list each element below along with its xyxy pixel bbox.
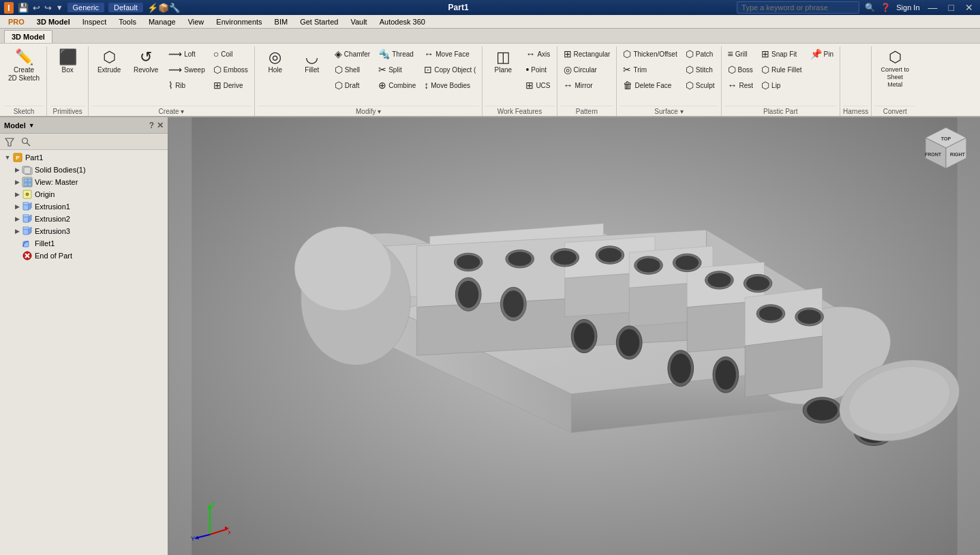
modify-col2: 🔩 Thread ✂ Split ⊕ Combine [375,46,419,93]
revolve-btn[interactable]: ↺ Revolve [128,46,164,78]
ribbon: 3D Model ✏️ Create2D Sketch Sketch ⬛ Box… [0,29,980,117]
quick-access-redo[interactable]: ↪ [44,3,52,13]
point-btn[interactable]: • Point [522,62,553,77]
grill-btn[interactable]: ≡ Grill [724,46,757,61]
extrusion1-label: Extrusion1 [35,202,70,211]
sign-in-btn[interactable]: Sign In [896,3,919,12]
tree-item-fillet1[interactable]: Fillet1 [0,237,168,250]
rest-icon: ↔ [728,80,737,91]
panel-help-icon[interactable]: ? [149,121,154,130]
style-selector[interactable]: Generic [67,3,105,12]
extrude-btn[interactable]: ⬡ Extrude [91,46,127,78]
standard-selector[interactable]: Default [108,3,143,12]
patch-btn[interactable]: ⬡ Patch [682,46,718,61]
panel-header: Model ▼ ? ✕ [0,117,168,134]
hole-btn[interactable]: ◎ Hole [258,46,293,78]
quick-access-undo[interactable]: ↩ [33,3,40,13]
quick-access-save[interactable]: 💾 [18,3,29,13]
thread-btn[interactable]: 🔩 Thread [375,46,419,61]
help-icon[interactable]: ❓ [881,3,891,12]
viewport[interactable]: TOP FRONT RIGHT Z X [169,117,980,555]
expander-extrusion1[interactable]: ▶ [12,203,22,210]
combine-btn[interactable]: ⊕ Combine [375,78,419,93]
tree-item-extrusion3[interactable]: ▶ Extrusion3 [0,225,168,237]
window-minimize[interactable]: — [925,2,940,13]
menu-environments[interactable]: Environments [211,16,267,27]
expander-view-master[interactable]: ▶ [12,179,22,185]
split-btn[interactable]: ✂ Split [375,62,419,77]
copy-object-btn[interactable]: ⊡ Copy Object ( [420,62,479,77]
tree-item-extrusion1[interactable]: ▶ Extrusion1 [0,200,168,213]
panel-dropdown-icon[interactable]: ▼ [29,122,35,129]
quick-access-options[interactable]: ▼ [56,3,63,12]
menu-getstarted[interactable]: Get Started [294,16,343,27]
draft-btn[interactable]: ⬡ Draft [331,78,373,93]
tree-item-end-of-part[interactable]: End of Part [0,250,168,262]
snapfit-btn[interactable]: ⊞ Snap Fit [758,46,805,61]
stitch-btn[interactable]: ⬡ Stitch [682,62,718,77]
menu-3dmodel[interactable]: 3D Model [31,16,76,27]
point-icon: • [525,64,529,75]
fillet-btn[interactable]: ◡ Fillet [294,46,330,78]
shell-btn[interactable]: ⬡ Shell [331,62,373,77]
create-2d-sketch-btn[interactable]: ✏️ Create2D Sketch [4,46,44,86]
emboss-btn[interactable]: ⬡ Emboss [210,62,251,77]
viewport-cube[interactable]: TOP FRONT RIGHT [919,124,973,179]
panel-close-icon[interactable]: ✕ [157,121,164,130]
rest-btn[interactable]: ↔ Rest [724,78,757,93]
menu-autodesk360[interactable]: Autodesk 360 [374,16,431,27]
window-close[interactable]: ✕ [962,2,976,13]
tree-item-view-master[interactable]: ▶ View: Master [0,176,168,188]
pin-btn[interactable]: 📌 Pin [807,46,837,61]
menu-tools[interactable]: Tools [113,16,142,27]
expander-extrusion2[interactable]: ▶ [12,215,22,222]
svg-marker-101 [194,536,199,539]
tab-3dmodel[interactable]: 3D Model [4,30,52,43]
filter-btn[interactable] [3,135,16,149]
menu-inspect[interactable]: Inspect [77,16,112,27]
move-bodies-btn[interactable]: ↕ Move Bodies [420,78,479,93]
search-icon[interactable]: 🔍 [865,3,875,12]
rib-btn[interactable]: ⌇ Rib [165,78,209,93]
trim-btn[interactable]: ✂ Trim [619,62,680,77]
box-btn[interactable]: ⬛ Box [50,46,85,78]
menu-bim[interactable]: BIM [269,16,294,27]
mirror-btn[interactable]: ↔ Mirror [560,78,614,93]
search-panel-btn[interactable] [19,135,33,149]
move-face-btn[interactable]: ↔ Move Face [420,46,479,61]
expander-solid-bodies[interactable]: ▶ [12,166,22,173]
expander-part1[interactable]: ▼ [3,154,12,161]
menu-pro[interactable]: PRO [3,16,30,27]
tree-item-solid-bodies[interactable]: ▶ Solid Bodies(1) [0,164,168,176]
menu-view[interactable]: View [183,16,210,27]
circular-btn[interactable]: ◎ Circular [560,62,614,77]
coil-btn[interactable]: ○ Coil [210,46,251,61]
tree-item-extrusion2[interactable]: ▶ Extrusion2 [0,213,168,225]
ucs-btn[interactable]: ⊞ UCS [522,78,553,93]
expander-origin[interactable]: ▶ [12,191,22,198]
sculpt-btn[interactable]: ⬡ Sculpt [682,78,718,93]
tree-item-part1[interactable]: ▼ P Part1 [0,151,168,164]
boss-btn[interactable]: ⬡ Boss [724,62,757,77]
window-maximize[interactable]: □ [946,2,957,13]
delete-face-btn[interactable]: 🗑 Delete Face [619,78,680,93]
sweep-btn[interactable]: ⟿ Sweep [165,62,209,77]
tree-item-origin[interactable]: ▶ Origin [0,188,168,200]
search-input[interactable] [737,1,859,14]
axis-btn[interactable]: ↔ Axis [522,46,553,61]
rulefillet-btn[interactable]: ⬡ Rule Fillet [758,62,805,77]
derive-btn[interactable]: ⊞ Derive [210,78,251,93]
expander-extrusion3[interactable]: ▶ [12,228,22,235]
lip-btn[interactable]: ⬡ Lip [758,78,805,93]
chamfer-icon: ◈ [335,48,342,59]
menu-vault[interactable]: Vault [345,16,372,27]
ribbon-group-primitives: ⬛ Box Primitives [47,46,89,116]
loft-btn[interactable]: ⟿ Loft [165,46,209,61]
rulefillet-icon: ⬡ [761,64,769,75]
convert-sheet-metal-btn[interactable]: ⬡ Convert toSheet Metal [874,46,915,91]
chamfer-btn[interactable]: ◈ Chamfer [331,46,373,61]
rectangular-btn[interactable]: ⊞ Rectangular [560,46,614,61]
menu-manage[interactable]: Manage [143,16,181,27]
plane-btn[interactable]: ◫ Plane [485,46,521,78]
thicken-offset-btn[interactable]: ⬡ Thicken/Offset [619,46,680,61]
